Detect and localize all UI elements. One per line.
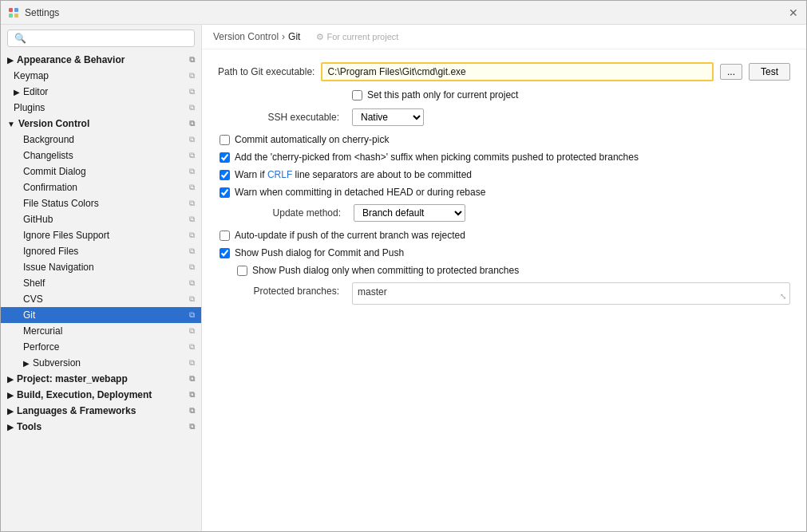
update-dropdown[interactable]: Branch default Merge Rebase <box>354 204 465 222</box>
copy-icon-subversion: ⧉ <box>189 358 195 368</box>
crlf-link[interactable]: CRLF <box>267 169 292 180</box>
ssh-label: SSH executable: <box>218 112 346 123</box>
path-label: Path to Git executable: <box>218 66 314 77</box>
ellipsis-button[interactable]: ... <box>720 64 742 80</box>
expand-arrow-build: ▶ <box>7 391 14 400</box>
sidebar-item-subversion[interactable]: ▶Subversion ⧉ <box>1 355 201 371</box>
update-label: Update method: <box>220 207 347 219</box>
copy-icon-appearance: ⧉ <box>189 55 195 65</box>
copy-icon-ignore: ⧉ <box>189 231 195 240</box>
copy-icon-perforce: ⧉ <box>189 342 195 352</box>
copy-icon-mercurial: ⧉ <box>189 326 195 336</box>
copy-icon-lang: ⧉ <box>189 406 195 416</box>
sidebar-item-issue-nav[interactable]: Issue Navigation ⧉ <box>1 259 201 275</box>
copy-icon-keymap: ⧉ <box>189 71 195 81</box>
protected-label: Protected branches: <box>218 282 346 297</box>
expand-icon: ⤡ <box>780 292 786 301</box>
cherry-picked-suffix-checkbox[interactable] <box>220 152 230 163</box>
sidebar-item-background[interactable]: Background ⧉ <box>1 132 201 148</box>
auto-update-row: Auto-update if push of the current branc… <box>218 230 790 241</box>
sidebar-item-editor[interactable]: ▶Editor ⧉ <box>1 84 201 100</box>
push-dialog-protected-label: Show Push dialog only when committing to… <box>252 265 519 276</box>
ssh-row: SSH executable: Native Built-in <box>218 108 790 126</box>
test-button[interactable]: Test <box>749 63 790 81</box>
sidebar-item-appearance[interactable]: ▶Appearance & Behavior ⧉ <box>1 52 201 68</box>
sidebar-item-ignore-files[interactable]: Ignore Files Support ⧉ <box>1 227 201 243</box>
copy-icon-github: ⧉ <box>189 215 195 224</box>
push-dialog-row: Show Push dialog for Commit and Push <box>218 247 790 258</box>
sidebar-item-plugins[interactable]: Plugins ⧉ <box>1 100 201 116</box>
sidebar-item-build[interactable]: ▶Build, Execution, Deployment ⧉ <box>1 387 201 403</box>
sidebar-item-keymap[interactable]: Keymap ⧉ <box>1 68 201 84</box>
sidebar-item-file-status-colors[interactable]: File Status Colors ⧉ <box>1 195 201 211</box>
detached-head-checkbox[interactable] <box>220 187 230 198</box>
copy-icon-vc: ⧉ <box>189 119 195 128</box>
settings-body: Path to Git executable: ... Test Set thi… <box>202 49 806 531</box>
svg-rect-2 <box>9 14 13 18</box>
breadcrumb: Version Control › Git ⚙ For current proj… <box>202 25 806 49</box>
expand-arrow-appearance: ▶ <box>7 56 14 65</box>
expand-arrow-project: ▶ <box>7 375 14 384</box>
copy-icon-editor: ⧉ <box>189 87 195 97</box>
expand-arrow-lang: ▶ <box>7 407 14 416</box>
sidebar-item-languages[interactable]: ▶Languages & Frameworks ⧉ <box>1 403 201 419</box>
app-icon <box>7 6 20 19</box>
expand-arrow-vc: ▼ <box>7 120 15 128</box>
sidebar-item-github[interactable]: GitHub ⧉ <box>1 211 201 227</box>
sidebar-item-version-control[interactable]: ▼Version Control ⧉ <box>1 116 201 132</box>
content-area: ▶Appearance & Behavior ⧉ Keymap ⧉ ▶Edito… <box>1 25 806 531</box>
cherry-pick-checkbox[interactable] <box>220 135 230 145</box>
sidebar-item-changelists[interactable]: Changelists ⧉ <box>1 148 201 164</box>
push-dialog-label: Show Push dialog for Commit and Push <box>235 247 404 258</box>
sidebar-item-cvs[interactable]: CVS ⧉ <box>1 291 201 307</box>
copy-icon-commit: ⧉ <box>189 167 195 176</box>
copy-icon-cvs: ⧉ <box>189 294 195 304</box>
protected-input-container[interactable]: master ⤡ <box>352 282 790 305</box>
copy-icon-issue: ⧉ <box>189 262 195 272</box>
auto-update-checkbox[interactable] <box>220 231 230 241</box>
protected-branches-row: Protected branches: master ⤡ <box>218 282 790 305</box>
sidebar: ▶Appearance & Behavior ⧉ Keymap ⧉ ▶Edito… <box>1 25 202 531</box>
sidebar-item-project[interactable]: ▶Project: master_webapp ⧉ <box>1 371 201 387</box>
expand-arrow-tools: ▶ <box>7 423 14 432</box>
breadcrumb-separator: › <box>282 31 285 42</box>
push-dialog-checkbox[interactable] <box>220 248 230 258</box>
sidebar-item-shelf[interactable]: Shelf ⧉ <box>1 275 201 291</box>
push-dialog-protected-checkbox[interactable] <box>237 266 247 276</box>
copy-icon-build: ⧉ <box>189 390 195 400</box>
push-dialog-protected-row: Show Push dialog only when committing to… <box>218 265 790 276</box>
path-input[interactable] <box>321 62 714 81</box>
sidebar-item-commit-dialog[interactable]: Commit Dialog ⧉ <box>1 164 201 179</box>
sidebar-item-mercurial[interactable]: Mercurial ⧉ <box>1 323 201 339</box>
copy-icon-tools: ⧉ <box>189 422 195 432</box>
auto-update-label: Auto-update if push of the current branc… <box>235 230 465 241</box>
ssh-dropdown[interactable]: Native Built-in <box>352 108 424 126</box>
crlf-row: Warn if CRLF line separators are about t… <box>218 169 790 180</box>
path-row: Path to Git executable: ... Test <box>218 62 790 81</box>
breadcrumb-project-note: ⚙ For current project <box>316 32 398 42</box>
crlf-checkbox[interactable] <box>220 170 230 180</box>
search-input[interactable] <box>7 30 195 47</box>
copy-icon-ignored: ⧉ <box>189 246 195 256</box>
update-method-row: Update method: Branch default Merge Reba… <box>218 204 790 222</box>
svg-rect-3 <box>14 14 18 18</box>
close-button[interactable]: ✕ <box>787 6 800 19</box>
sidebar-item-git[interactable]: Git ⧉ <box>1 307 201 323</box>
sidebar-item-perforce[interactable]: Perforce ⧉ <box>1 339 201 355</box>
cherry-picked-suffix-label: Add the 'cherry-picked from <hash>' suff… <box>235 152 639 163</box>
set-path-label: Set this path only for current project <box>367 89 518 100</box>
copy-icon-changelists: ⧉ <box>189 151 195 160</box>
sidebar-item-tools[interactable]: ▶Tools ⧉ <box>1 419 201 435</box>
expand-arrow-svn: ▶ <box>23 359 30 368</box>
copy-icon-git: ⧉ <box>189 310 195 320</box>
titlebar: Settings ✕ <box>1 1 806 25</box>
sidebar-item-ignored-files[interactable]: Ignored Files ⧉ <box>1 243 201 259</box>
crlf-label: Warn if CRLF line separators are about t… <box>235 169 472 180</box>
copy-icon-shelf: ⧉ <box>189 278 195 288</box>
breadcrumb-current: Git <box>288 31 300 42</box>
sidebar-item-confirmation[interactable]: Confirmation ⧉ <box>1 179 201 195</box>
set-path-checkbox[interactable] <box>352 90 362 100</box>
svg-rect-1 <box>14 8 18 12</box>
protected-value: master <box>358 286 387 298</box>
copy-icon-project: ⧉ <box>189 374 195 384</box>
